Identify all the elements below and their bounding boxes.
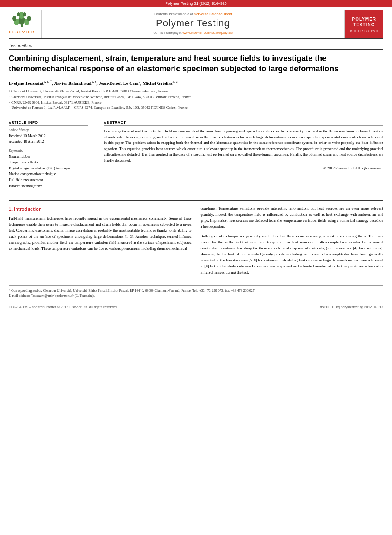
elsevier-logo: ELSEVIER	[9, 11, 35, 34]
svg-point-5	[27, 16, 31, 21]
polymer-testing-logo: POLYMERTESTING ROGER BROWN	[345, 10, 383, 38]
svg-point-7	[17, 12, 20, 16]
author-3-sup: d	[139, 80, 140, 83]
journal-homepage: journal homepage: www.elsevier.com/locat…	[42, 31, 344, 35]
affil-d: d Université de Rennes 1, LA.R.M.A.U.R –…	[9, 105, 383, 111]
pt-logo-text: POLYMERTESTING	[352, 16, 376, 28]
doi: doi:10.1016/j.polymertesting.2012.04.013	[320, 305, 383, 309]
email-note: E-mail address: Toussaint@univ-bpclermon…	[9, 293, 383, 299]
author-2-sup: b, c	[92, 80, 97, 83]
elsevier-logo-section: ELSEVIER	[9, 10, 41, 38]
journal-title: Polymer Testing	[42, 18, 344, 29]
main-content: Test method Combining displacement, stra…	[9, 39, 383, 309]
elsevier-label: ELSEVIER	[9, 30, 35, 34]
footer-notes: * Corresponding author. Clermont Univers…	[9, 285, 383, 299]
abstract-text: Combining thermal and kinematic full-fie…	[104, 128, 383, 163]
intro-paragraph-1: Full-field measurement techniques have r…	[9, 216, 192, 252]
intro-paragraph-3: Both types of technique are generally us…	[201, 233, 384, 276]
keywords-section: Keywords: Natural rubber Temperature eff…	[9, 149, 88, 189]
svg-point-4	[12, 16, 16, 21]
author-4: Michel Grédiac	[143, 80, 173, 85]
affil-c-text: CNRS, UMR 6602, Institut Pascal, 63171 A…	[11, 100, 101, 105]
copyright-line: © 2012 Elsevier Ltd. All rights reserved…	[104, 166, 383, 170]
affil-c: c CNRS, UMR 6602, Institut Pascal, 63171…	[9, 100, 383, 105]
article-body: 1. Introduction Full-field measurement t…	[9, 200, 383, 279]
keyword-4: Motion compensation technique	[9, 171, 88, 177]
section-label: Test method	[9, 43, 383, 50]
keyword-1: Natural rubber	[9, 154, 88, 160]
article-info-heading: ARTICLE INFO	[9, 121, 88, 126]
received-date: Received 10 March 2012	[9, 133, 88, 139]
article-info: ARTICLE INFO Article history: Received 1…	[9, 121, 88, 144]
affil-b: b Clermont Université, Institut Français…	[9, 94, 383, 100]
article-info-abstract-section: ARTICLE INFO Article history: Received 1…	[9, 116, 383, 193]
keyword-2: Temperature effects	[9, 159, 88, 166]
article-info-col: ARTICLE INFO Article history: Received 1…	[9, 121, 95, 193]
body-two-col: 1. Introduction Full-field measurement t…	[9, 206, 383, 279]
keywords-list: Natural rubber Temperature effects Digit…	[9, 154, 88, 189]
author-2: Xavier Balandraud	[54, 80, 91, 85]
abstract-section: ABSTRACT Combining thermal and kinematic…	[104, 121, 383, 170]
open-access-notice: 0142-9418/$ – see front matter © 2012 El…	[9, 305, 118, 309]
top-bar: Polymer Testing 31 (2012) 916–925	[0, 0, 392, 7]
sciverse-line: Contents lists available at SciVerse Sci…	[42, 12, 344, 16]
bottom-bar: 0142-9418/$ – see front matter © 2012 El…	[9, 303, 383, 309]
accepted-date: Accepted 18 April 2012	[9, 139, 88, 144]
sciverse-link[interactable]: SciVerse ScienceDirect	[194, 12, 233, 16]
keyword-5: Full-field measurement	[9, 177, 88, 183]
journal-header: ELSEVIER Contents lists available at Sci…	[9, 7, 383, 39]
authors-line: Evelyne Toussainta, c, *, Xavier Balandr…	[9, 80, 383, 86]
article-history-label: Article history:	[9, 128, 88, 132]
journal-citation: Polymer Testing 31 (2012) 916–925	[165, 1, 226, 6]
elsevier-tree-icon	[10, 11, 34, 28]
author-1: Evelyne Toussaint	[9, 80, 44, 85]
intro-paragraph-2: couplings. Temperature variations provid…	[201, 206, 384, 230]
homepage-link[interactable]: www.elsevier.com/locate/polytest	[182, 31, 233, 35]
journal-header-center: Contents lists available at SciVerse Sci…	[41, 10, 345, 38]
keywords-label: Keywords:	[9, 149, 88, 153]
affil-b-text: Clermont Université, Institut Français d…	[12, 94, 191, 100]
pt-logo-subtext: ROGER BROWN	[350, 29, 378, 32]
body-col-right: couplings. Temperature variations provid…	[201, 206, 384, 279]
svg-point-8	[23, 12, 26, 16]
affil-d-text: Université de Rennes 1, LA.R.M.A.U.R – C…	[12, 105, 188, 111]
corresponding-author-note: * Corresponding author. Clermont Univers…	[9, 288, 383, 293]
keyword-6: Infrared thermography	[9, 183, 88, 189]
keyword-3: Digital image correlation (DIC) techniqu…	[9, 166, 88, 172]
author-3: Jean-Benoît Le Cam	[99, 80, 138, 85]
abstract-col: ABSTRACT Combining thermal and kinematic…	[104, 121, 383, 193]
article-title: Combining displacement, strain, temperat…	[9, 53, 383, 74]
abstract-heading: ABSTRACT	[104, 121, 383, 126]
affil-a-text: Clermont Université, Université Blaise P…	[11, 89, 168, 94]
author-1-sup: a, c, *	[44, 80, 52, 83]
affil-a: a Clermont Université, Université Blaise…	[9, 89, 383, 94]
introduction-heading: 1. Introduction	[9, 206, 192, 213]
author-4-sup: a, c	[173, 80, 178, 83]
affiliations: a Clermont Université, Université Blaise…	[9, 89, 383, 111]
body-col-left: 1. Introduction Full-field measurement t…	[9, 206, 192, 279]
